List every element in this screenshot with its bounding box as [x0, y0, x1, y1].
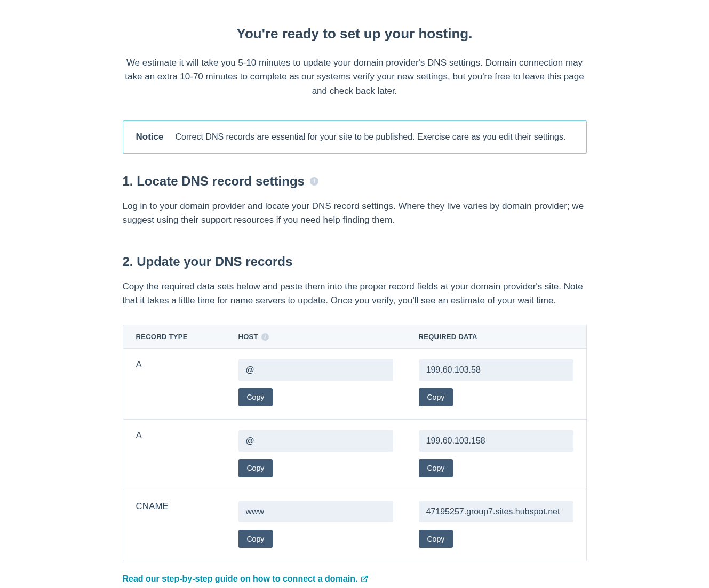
copy-data-button[interactable]: Copy — [419, 530, 453, 548]
cell-required-data: 199.60.103.158 Copy — [406, 420, 587, 490]
copy-data-button[interactable]: Copy — [419, 459, 453, 477]
copy-data-button[interactable]: Copy — [419, 388, 453, 406]
th-host-text: HOST — [238, 333, 258, 341]
table-row: A @ Copy 199.60.103.158 Copy — [123, 420, 586, 490]
data-value: 199.60.103.58 — [419, 359, 573, 381]
cell-record-type: CNAME — [123, 490, 226, 561]
cell-host: @ Copy — [226, 349, 406, 420]
th-record-type: RECORD TYPE — [123, 325, 226, 349]
cell-host: www Copy — [226, 490, 406, 561]
host-value: @ — [238, 430, 393, 452]
dns-records-table: RECORD TYPE HOST i REQUIRED DATA A @ Cop… — [123, 325, 587, 561]
guide-link-text: Read our step-by-step guide on how to co… — [123, 574, 358, 584]
section-1-heading-text: 1. Locate DNS record settings — [123, 174, 305, 189]
table-row: A @ Copy 199.60.103.58 Copy — [123, 349, 586, 420]
host-value: www — [238, 501, 393, 522]
info-icon[interactable]: i — [261, 333, 269, 341]
notice-text: Correct DNS records are essential for yo… — [175, 132, 565, 142]
copy-host-button[interactable]: Copy — [238, 459, 273, 477]
copy-host-button[interactable]: Copy — [238, 388, 273, 406]
table-row: CNAME www Copy 47195257.group7.sites.hub… — [123, 490, 586, 561]
th-host: HOST i — [226, 325, 406, 349]
cell-host: @ Copy — [226, 420, 406, 490]
cell-record-type: A — [123, 349, 226, 420]
page-title: You're ready to set up your hosting. — [123, 26, 587, 42]
section-1-text: Log in to your domain provider and locat… — [123, 199, 587, 228]
data-value: 47195257.group7.sites.hubspot.net — [419, 501, 573, 522]
section-2-heading-text: 2. Update your DNS records — [123, 254, 293, 269]
section-1-heading: 1. Locate DNS record settings i — [123, 174, 587, 189]
cell-required-data: 199.60.103.58 Copy — [406, 349, 587, 420]
main-content: You're ready to set up your hosting. We … — [123, 0, 587, 588]
guide-link[interactable]: Read our step-by-step guide on how to co… — [123, 574, 369, 584]
page-intro: We estimate it will take you 5-10 minute… — [123, 56, 587, 98]
info-icon[interactable]: i — [310, 177, 318, 186]
host-value: @ — [238, 359, 393, 381]
external-link-icon — [361, 575, 368, 583]
data-value: 199.60.103.158 — [419, 430, 573, 452]
section-2-heading: 2. Update your DNS records — [123, 254, 587, 269]
copy-host-button[interactable]: Copy — [238, 530, 273, 548]
svg-line-0 — [364, 576, 367, 579]
th-required-data: REQUIRED DATA — [406, 325, 587, 349]
section-2-text: Copy the required data sets below and pa… — [123, 280, 587, 308]
notice-label: Notice — [136, 132, 164, 142]
cell-required-data: 47195257.group7.sites.hubspot.net Copy — [406, 490, 587, 561]
cell-record-type: A — [123, 420, 226, 490]
notice-box: Notice Correct DNS records are essential… — [123, 120, 587, 154]
